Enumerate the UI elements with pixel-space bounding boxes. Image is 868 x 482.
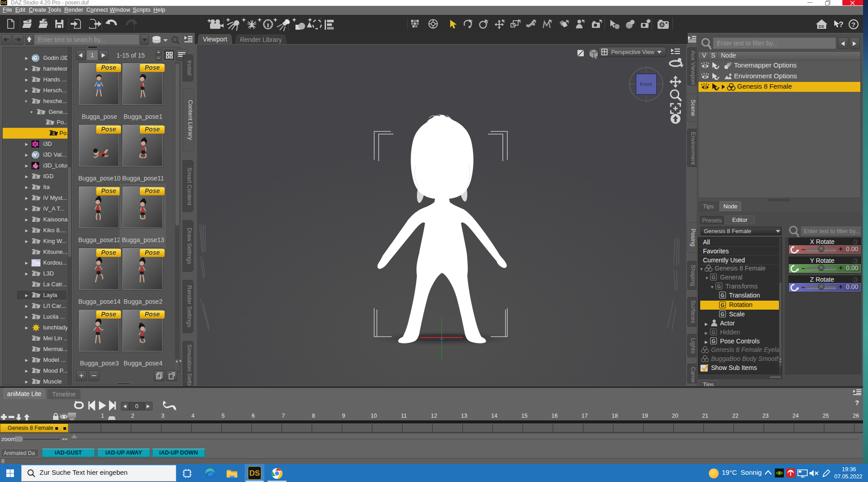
svg-text:?: ? (839, 20, 843, 29)
svg-text:S: S (35, 347, 37, 352)
svg-text:S: S (35, 358, 37, 363)
svg-text:S: S (35, 272, 37, 276)
svg-text:+: + (308, 18, 312, 23)
svg-text:Lotus: Lotus (32, 166, 38, 169)
svg-text:S: S (35, 369, 37, 374)
svg-text:S: S (35, 196, 37, 201)
svg-text:S: S (35, 229, 37, 233)
svg-text:S: S (40, 110, 42, 115)
svg-text:S: S (35, 89, 37, 93)
svg-text:iG: iG (32, 56, 37, 61)
svg-text:+: + (242, 18, 246, 23)
svg-text:S: S (35, 250, 37, 255)
svg-text:S: S (35, 293, 37, 298)
svg-text:S: S (35, 380, 37, 384)
svg-text:DS: DS (819, 24, 824, 29)
svg-text:S: S (35, 218, 37, 222)
svg-text:S: S (35, 67, 37, 72)
svg-text:S: S (35, 99, 37, 104)
svg-text:+: + (292, 18, 296, 23)
svg-text:+: + (207, 18, 211, 24)
svg-text:S: S (35, 315, 37, 320)
svg-text:S: S (35, 207, 37, 212)
svg-text:S: S (35, 283, 37, 287)
svg-text:S: S (52, 131, 55, 136)
svg-text:+: + (273, 18, 277, 23)
svg-text:S: S (35, 78, 37, 82)
svg-text:+: + (258, 18, 261, 23)
svg-text:S: S (35, 337, 37, 341)
svg-text:?: ? (851, 21, 855, 28)
svg-text:S: S (35, 239, 37, 244)
svg-text:S: S (49, 121, 51, 125)
svg-text:Front: Front (640, 81, 653, 87)
svg-text:S: S (35, 304, 37, 309)
svg-text:+: + (226, 18, 230, 23)
svg-text:S: S (35, 185, 37, 190)
svg-text:iV: iV (32, 153, 37, 158)
svg-text:S: S (35, 175, 37, 179)
